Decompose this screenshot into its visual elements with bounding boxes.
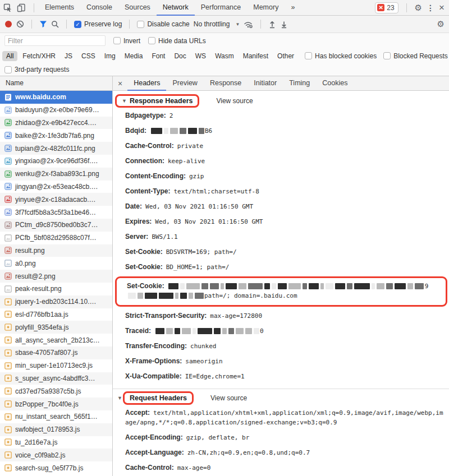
disable-cache-checkbox-box[interactable] bbox=[137, 21, 144, 28]
inspect-element-icon[interactable] bbox=[3, 3, 12, 12]
view-source-link[interactable]: View source bbox=[216, 97, 253, 105]
disable-cache-checkbox[interactable]: Disable cache bbox=[137, 20, 189, 28]
tab-sources[interactable]: Sources bbox=[118, 0, 157, 16]
filter-chip-other[interactable]: Other bbox=[273, 51, 298, 61]
chip-checkbox-blocked-requests[interactable]: Blocked Requests bbox=[383, 52, 448, 60]
details-tab-timing[interactable]: Timing bbox=[283, 76, 316, 91]
device-toolbar-icon[interactable] bbox=[17, 3, 26, 12]
details-tab-cookies[interactable]: Cookies bbox=[316, 76, 354, 91]
request-row[interactable]: search-sug_0e5f77b.js bbox=[0, 461, 112, 474]
invert-checkbox[interactable]: Invert bbox=[113, 37, 140, 45]
filter-chip-font[interactable]: Font bbox=[148, 51, 169, 61]
image-file-icon bbox=[4, 119, 12, 126]
checkbox-box[interactable] bbox=[305, 52, 312, 59]
request-row[interactable]: polyfill_9354efa.js bbox=[0, 321, 112, 334]
filter-funnel-icon[interactable] bbox=[39, 20, 47, 28]
hide-data-urls-checkbox[interactable]: Hide data URLs bbox=[148, 37, 206, 45]
filter-chip-fetch-xhr[interactable]: Fetch/XHR bbox=[19, 51, 59, 61]
details-tab-headers[interactable]: Headers bbox=[127, 76, 166, 91]
request-row[interactable]: 3f7fcdf5b8a3c5f3a1be46… bbox=[0, 206, 112, 219]
divider bbox=[31, 20, 32, 29]
request-row[interactable]: cd37ed75a9387c5b.js bbox=[0, 385, 112, 398]
request-row[interactable]: min_super-1e10713ec9.js bbox=[0, 359, 112, 372]
request-row[interactable]: wenku@2x-f3aba893c1.png bbox=[0, 168, 112, 181]
request-row[interactable]: PCfb_5bf082d29588c07f… bbox=[0, 232, 112, 244]
request-row[interactable]: voice_c0f9ab2.js bbox=[0, 449, 112, 461]
response-headers-title[interactable]: Response Headers bbox=[130, 97, 193, 105]
disclosure-triangle-icon[interactable]: ▼ bbox=[117, 395, 122, 401]
request-row[interactable]: tupian@2x-482fc011fc.png bbox=[0, 142, 112, 155]
import-har-icon[interactable] bbox=[268, 20, 276, 29]
request-row[interactable]: peak-result.png bbox=[0, 283, 112, 295]
request-row[interactable]: a0.png bbox=[0, 257, 112, 270]
third-party-checkbox[interactable]: 3rd-party requests bbox=[4, 66, 69, 73]
redacted-block bbox=[210, 283, 219, 289]
tab-console[interactable]: Console bbox=[80, 0, 118, 16]
request-row[interactable]: esl-d776bfb1aa.js bbox=[0, 308, 112, 321]
third-party-checkbox-box[interactable] bbox=[4, 66, 12, 73]
close-devtools-icon[interactable]: × bbox=[439, 2, 445, 13]
record-network-log-icon[interactable] bbox=[4, 20, 12, 28]
tab-network[interactable]: Network bbox=[157, 0, 195, 16]
filter-chip-doc[interactable]: Doc bbox=[170, 51, 190, 61]
tab-memory[interactable]: Memory bbox=[247, 0, 285, 16]
filter-chip-manifest[interactable]: Manifest bbox=[239, 51, 272, 61]
disclosure-triangle-icon[interactable]: ▼ bbox=[122, 98, 127, 104]
network-conditions-icon[interactable] bbox=[244, 20, 253, 29]
settings-gear-icon[interactable]: ⚙ bbox=[415, 3, 422, 13]
header-value-text: sameorigin bbox=[185, 358, 222, 365]
export-har-icon[interactable] bbox=[280, 20, 288, 29]
request-row[interactable]: baiduyun@2x-e0be79e69… bbox=[0, 104, 112, 117]
details-tab-initiator[interactable]: Initiator bbox=[248, 76, 283, 91]
request-row[interactable]: result@2.png bbox=[0, 270, 112, 283]
tab--[interactable]: » bbox=[285, 0, 301, 16]
request-row[interactable]: jingyan@2x-e53eac48cb.… bbox=[0, 181, 112, 193]
request-row[interactable]: jquery-1-edb203c114.10.… bbox=[0, 295, 112, 308]
request-row[interactable]: bzPopper_7bc4f0e.js bbox=[0, 398, 112, 410]
request-row[interactable]: PCtm_d9c8750bed0b3c7… bbox=[0, 219, 112, 232]
filter-chip-js[interactable]: JS bbox=[61, 51, 76, 61]
request-row[interactable]: nu_instant_search_565f1… bbox=[0, 410, 112, 423]
request-row[interactable]: s_super_async-4abdffc3… bbox=[0, 372, 112, 385]
request-row[interactable]: www.baidu.com bbox=[0, 91, 112, 104]
redacted-block bbox=[182, 328, 191, 334]
hide-data-urls-checkbox-box[interactable] bbox=[148, 37, 155, 44]
error-count-badge[interactable]: ✕ 23 bbox=[375, 2, 398, 13]
tab-performance[interactable]: Performance bbox=[195, 0, 248, 16]
filter-chip-img[interactable]: Img bbox=[100, 51, 120, 61]
third-party-row: 3rd-party requests bbox=[0, 63, 449, 76]
request-row[interactable]: all_async_search_2b213c… bbox=[0, 334, 112, 346]
search-icon[interactable] bbox=[51, 20, 59, 28]
request-row[interactable]: yingxiao@2x-9ce96df36f.… bbox=[0, 155, 112, 168]
filter-chip-all[interactable]: All bbox=[2, 51, 17, 61]
filter-chip-media[interactable]: Media bbox=[121, 51, 147, 61]
more-options-icon[interactable]: ⋮ bbox=[427, 3, 434, 12]
tab-elements[interactable]: Elements bbox=[39, 0, 80, 16]
request-row[interactable]: result.png bbox=[0, 244, 112, 257]
filter-chip-ws[interactable]: WS bbox=[191, 51, 210, 61]
checkbox-box[interactable] bbox=[383, 52, 391, 59]
details-tab-response[interactable]: Response bbox=[204, 76, 248, 91]
request-row[interactable]: sbase-47057af807.js bbox=[0, 346, 112, 359]
network-settings-gear-icon[interactable]: ⚙ bbox=[437, 19, 445, 29]
clear-network-log-icon[interactable] bbox=[16, 20, 24, 28]
request-row[interactable]: yinyue@2x-c18adacacb.… bbox=[0, 193, 112, 206]
invert-checkbox-box[interactable] bbox=[113, 37, 121, 44]
throttling-dropdown[interactable]: No throttling ▼ bbox=[194, 20, 240, 28]
filter-input[interactable] bbox=[4, 35, 106, 46]
request-headers-title[interactable]: Request Headers bbox=[130, 394, 187, 402]
close-details-icon[interactable]: × bbox=[113, 76, 127, 90]
redacted-block bbox=[186, 283, 200, 289]
filter-chip-css[interactable]: CSS bbox=[77, 51, 99, 61]
name-column-header[interactable]: Name bbox=[0, 76, 112, 91]
request-row[interactable]: baike@2x-1fe3db7fa6.png bbox=[0, 129, 112, 142]
request-row[interactable]: zhidao@2x-e9b427ecc4.… bbox=[0, 117, 112, 130]
request-row[interactable]: tu_2d16e7a.js bbox=[0, 436, 112, 449]
preserve-log-checkbox[interactable]: Preserve log bbox=[74, 20, 122, 28]
request-row[interactable]: swfobject_0178953.js bbox=[0, 423, 112, 436]
view-source-link[interactable]: View source bbox=[210, 394, 247, 402]
preserve-log-checkbox-box[interactable] bbox=[74, 21, 81, 28]
chip-checkbox-has-blocked-cookies[interactable]: Has blocked cookies bbox=[305, 52, 377, 60]
details-tab-preview[interactable]: Preview bbox=[166, 76, 203, 91]
filter-chip-wasm[interactable]: Wasm bbox=[211, 51, 238, 61]
